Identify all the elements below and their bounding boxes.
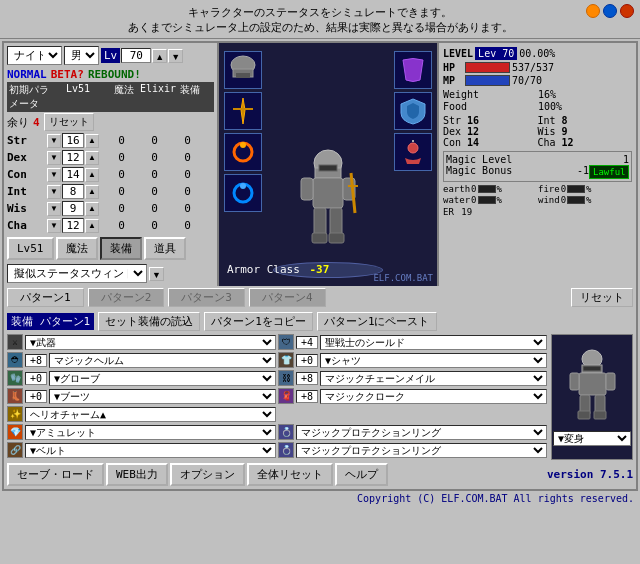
pattern-tab-1[interactable]: パターン1 — [7, 288, 84, 307]
stat-up-wis[interactable]: ▲ — [85, 202, 99, 216]
svg-rect-24 — [579, 373, 606, 395]
boots-select[interactable]: ▼ブーツ — [49, 389, 276, 404]
option-btn[interactable]: オプション — [170, 463, 245, 486]
svg-rect-26 — [606, 373, 615, 390]
help-btn[interactable]: ヘルプ — [335, 463, 388, 486]
helm-select[interactable]: マジックヘルム — [49, 353, 276, 368]
helio-icon: ✨ — [7, 406, 23, 422]
stat-name-cha: Cha — [7, 219, 47, 232]
stat-down-cha[interactable]: ▼ — [47, 219, 61, 233]
save-load-btn[interactable]: セーブ・ロード — [7, 463, 104, 486]
shield-plus: +4 — [296, 336, 318, 349]
level-down-btn[interactable]: ▼ — [168, 49, 183, 63]
normal-badge: NORMAL — [7, 68, 47, 81]
belt-select[interactable]: ▼ベルト — [25, 443, 276, 458]
reset-btn[interactable]: リセット — [44, 113, 94, 131]
transform-select[interactable]: ▼変身 — [553, 431, 631, 446]
stat-name-dex: Dex — [7, 151, 47, 164]
lv-label: Lv — [101, 48, 120, 63]
load-equip-btn[interactable]: セット装備の読込 — [98, 312, 200, 331]
stat-down-dex[interactable]: ▼ — [47, 151, 61, 165]
svg-rect-25 — [570, 373, 579, 390]
minimize-icon[interactable] — [586, 4, 600, 18]
svg-rect-2 — [236, 73, 250, 78]
rebound-badge: REBOUND! — [88, 68, 141, 81]
paste-pattern-btn[interactable]: パターン1にペースト — [317, 312, 437, 331]
equip-slot-ring1 — [224, 133, 262, 171]
ring2-select[interactable]: マジックプロテクションリング — [296, 443, 547, 458]
stat-val-con: 14 — [62, 167, 84, 182]
copy-pattern-btn[interactable]: パターン1をコピー — [204, 312, 313, 331]
stat-wis-val: 9 — [562, 126, 568, 137]
tab-tool[interactable]: 道具 — [144, 237, 186, 260]
helio-select[interactable]: ヘリオチャーム▲ — [25, 407, 276, 422]
pattern-reset-btn[interactable]: リセット — [571, 288, 633, 307]
stat-up-dex[interactable]: ▲ — [85, 151, 99, 165]
boots-icon: 👢 — [7, 388, 23, 404]
exp-pct: 00.00% — [519, 48, 555, 59]
hp-bar — [465, 62, 510, 73]
stat-down-str[interactable]: ▼ — [47, 134, 61, 148]
close-icon[interactable] — [620, 4, 634, 18]
param-initial-header: 初期パラメータ — [9, 83, 49, 111]
stat-up-con[interactable]: ▲ — [85, 168, 99, 182]
chainmail-select[interactable]: マジックチェーンメイル — [320, 371, 547, 386]
equip-slot-shield — [394, 92, 432, 130]
weapon-select[interactable]: ▼武器 — [25, 335, 276, 350]
level-up-btn[interactable]: ▲ — [152, 49, 167, 63]
weight-label: Weight — [443, 89, 479, 100]
gender-select[interactable]: 男 — [64, 46, 99, 65]
param-lv51-header: Lv51 — [49, 83, 107, 111]
window-arrow-btn[interactable]: ▼ — [149, 267, 164, 281]
pattern-tab-4[interactable]: パターン4 — [249, 288, 326, 307]
stat-row-str: Str ▼ 16 ▲ 0 0 0 — [7, 133, 214, 148]
svg-rect-17 — [312, 233, 327, 243]
stat-down-int[interactable]: ▼ — [47, 185, 61, 199]
amulet-select[interactable]: ▼アミュレット — [25, 425, 276, 440]
tab-magic[interactable]: 魔法 — [56, 237, 98, 260]
stat-down-wis[interactable]: ▼ — [47, 202, 61, 216]
stat-val-wis: 9 — [62, 201, 84, 216]
stat-up-str[interactable]: ▲ — [85, 134, 99, 148]
pattern-tab-3[interactable]: パターン3 — [168, 288, 245, 307]
svg-rect-16 — [330, 208, 342, 236]
tab-lv51[interactable]: Lv51 — [7, 237, 54, 260]
level-input[interactable] — [121, 48, 151, 63]
water-label: water — [443, 195, 470, 205]
shield-select[interactable]: 聖戦士のシールド — [320, 335, 547, 350]
stat-name-wis: Wis — [7, 202, 47, 215]
stat-wis-label: Wis 9 — [538, 126, 633, 137]
gloves-select[interactable]: ▼グローブ — [49, 371, 276, 386]
web-output-btn[interactable]: WEB出力 — [106, 463, 168, 486]
stat-row-int: Int ▼ 8 ▲ 0 0 0 — [7, 184, 214, 199]
bottom-char-preview: ▼変身 — [551, 334, 633, 460]
stat-down-con[interactable]: ▼ — [47, 168, 61, 182]
shirt-select[interactable]: ▼シャツ — [320, 353, 547, 368]
stat-up-int[interactable]: ▲ — [85, 185, 99, 199]
ring1-select[interactable]: マジックプロテクションリング — [296, 425, 547, 440]
reset-all-btn[interactable]: 全体リセット — [247, 463, 333, 486]
ac-val: -37 — [309, 263, 329, 276]
job-select[interactable]: ナイト — [7, 46, 62, 65]
cloak-select[interactable]: マジッククローク — [320, 389, 547, 404]
amari-label: 余り — [7, 115, 29, 130]
shirt-plus: +0 — [296, 354, 318, 367]
maximize-icon[interactable] — [603, 4, 617, 18]
shield-icon: 🛡 — [278, 334, 294, 350]
stat-up-cha[interactable]: ▲ — [85, 219, 99, 233]
equip-slot-amulet — [394, 133, 432, 171]
site-watermark: ELF.COM.BAT — [373, 273, 433, 283]
chainmail-icon: ⛓ — [278, 370, 294, 386]
stat-con-label: Con 14 — [443, 137, 538, 148]
lawful-badge: Lawful — [589, 165, 629, 179]
earth-label: earth — [443, 184, 470, 194]
stat-dex-val: 12 — [467, 126, 479, 137]
tab-armor[interactable]: 装備 — [100, 237, 142, 260]
svg-rect-18 — [329, 233, 344, 243]
window-select[interactable]: 擬似ステータスウィンドウ — [7, 264, 147, 283]
mp-label: MP — [443, 75, 463, 86]
cloak-plus: +8 — [296, 390, 318, 403]
pattern-tab-2[interactable]: パターン2 — [88, 288, 165, 307]
er-label: ER — [443, 207, 454, 217]
stat-str-val: 16 — [467, 115, 479, 126]
